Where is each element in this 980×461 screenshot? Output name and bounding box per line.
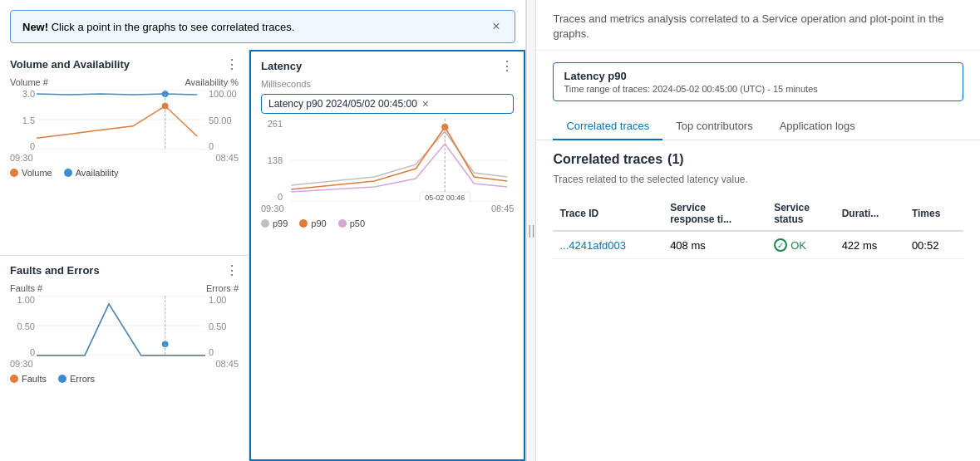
latency-axis-label: Milliseconds — [261, 79, 514, 89]
latency-chart-panel: Latency ⋮ Milliseconds Latency p90 2024/… — [249, 50, 525, 461]
faults-chart-header: Faults and Errors ⋮ — [10, 264, 239, 280]
table-header-row: Trace ID Serviceresponse ti... Servicest… — [553, 197, 963, 231]
right-header-text: Traces and metrics analysis correlated t… — [553, 12, 963, 42]
left-panel: New! Click a point in the graphs to see … — [0, 0, 526, 461]
left-charts-column: Volume and Availability ⋮ Volume # Avail… — [0, 50, 249, 461]
latency-chart-menu[interactable]: ⋮ — [500, 60, 514, 73]
latency-filter-tag[interactable]: Latency p90 2024/05/02 00:45:00 × — [261, 94, 514, 114]
volume-chart-section: Volume and Availability ⋮ Volume # Avail… — [0, 50, 249, 255]
notification-badge: New! — [22, 21, 48, 33]
charts-area: Volume and Availability ⋮ Volume # Avail… — [0, 50, 525, 461]
faults-axis-labels: Faults # Errors # — [10, 283, 239, 293]
volume-chart-title: Volume and Availability — [10, 58, 130, 71]
latency-info-title: Latency p90 — [564, 70, 953, 82]
latency-legend-p99: p99 — [261, 218, 288, 228]
notification-message: Click a point in the graphs to see corre… — [52, 21, 295, 33]
faults-chart-title: Faults and Errors — [10, 264, 100, 277]
volume-right-axis: Availability % — [185, 77, 239, 87]
correlated-subtitle: Traces related to the selected latency v… — [553, 174, 963, 185]
volume-axis-labels: Volume # Availability % — [10, 77, 239, 87]
faults-right-axis: Errors # — [206, 283, 239, 293]
th-times: Times — [905, 197, 963, 231]
latency-legend-p50: p50 — [338, 218, 365, 228]
correlated-traces-count: (1) — [667, 152, 684, 167]
volume-legend-availability: Availability — [64, 168, 119, 178]
duration-cell: 422 ms — [835, 231, 905, 259]
p90-dot — [299, 219, 308, 228]
status-cell: ✓ OK — [767, 231, 835, 259]
latency-legend: p99 p90 p50 — [261, 218, 514, 228]
notification-text: New! Click a point in the graphs to see … — [22, 21, 294, 33]
check-circle-icon: ✓ — [774, 238, 787, 252]
trace-id-cell: ...4241afd003 — [553, 231, 663, 259]
volume-left-axis: Volume # — [10, 77, 48, 87]
latency-info-subtitle: Time range of traces: 2024-05-02 00:45:0… — [564, 84, 953, 94]
timestamp-cell: 00:52 — [905, 231, 963, 259]
traces-table: Trace ID Serviceresponse ti... Servicest… — [553, 197, 963, 259]
p50-dot — [338, 219, 347, 228]
faults-color-dot — [10, 375, 18, 383]
faults-legend-errors: Errors — [58, 374, 95, 384]
table-row: ...4241afd003 408 ms ✓ OK 422 ms 00:52 — [553, 231, 963, 259]
panel-divider[interactable]: || — [526, 0, 536, 461]
volume-chart-svg[interactable] — [37, 89, 205, 151]
response-time-cell: 408 ms — [663, 231, 767, 259]
faults-legend-faults: Faults — [10, 374, 47, 384]
tabs-bar: Correlated traces Top contributors Appli… — [536, 113, 980, 140]
svg-text:05-02 00:46: 05-02 00:46 — [425, 194, 465, 202]
availability-color-dot — [64, 169, 72, 177]
faults-y-axis: 1.00 0.50 0 — [10, 295, 37, 357]
latency-filter-text: Latency p90 2024/05/02 00:45:00 — [268, 98, 417, 110]
volume-time-labels: 09:30 08:45 — [10, 153, 239, 163]
tab-application-logs[interactable]: Application logs — [766, 113, 869, 140]
volume-chart-header: Volume and Availability ⋮ — [10, 58, 239, 74]
volume-chart-menu[interactable]: ⋮ — [225, 58, 239, 71]
volume-y-axis: 3.0 1.5 0 — [10, 89, 37, 151]
th-trace-id: Trace ID — [553, 197, 663, 231]
p99-dot — [261, 219, 269, 228]
right-panel: Traces and metrics analysis correlated t… — [536, 0, 980, 461]
th-response-time: Serviceresponse ti... — [663, 197, 767, 231]
notification-close-button[interactable]: × — [489, 19, 503, 34]
th-duration: Durati... — [835, 197, 905, 231]
faults-chart-section: Faults and Errors ⋮ Faults # Errors # 1.… — [0, 255, 249, 461]
volume-legend-volume: Volume — [10, 168, 52, 178]
latency-filter-remove[interactable]: × — [422, 97, 429, 110]
faults-chart-svg[interactable] — [37, 295, 205, 357]
latency-chart-header: Latency ⋮ — [261, 60, 514, 76]
volume-legend: Volume Availability — [10, 168, 239, 178]
correlated-section: Correlated traces (1) Traces related to … — [536, 140, 980, 461]
faults-right-y-axis: 1.00 0.50 0 — [205, 295, 239, 357]
tab-top-contributors[interactable]: Top contributors — [662, 113, 766, 140]
trace-id-link[interactable]: ...4241afd003 — [559, 239, 626, 252]
faults-left-axis: Faults # — [10, 283, 42, 293]
volume-right-y-axis: 100.00 50.00 0 — [205, 89, 239, 151]
errors-color-dot — [58, 375, 66, 383]
latency-info-box: Latency p90 Time range of traces: 2024-0… — [553, 62, 963, 101]
right-header: Traces and metrics analysis correlated t… — [536, 0, 980, 51]
latency-chart-title: Latency — [261, 60, 302, 72]
th-status: Servicestatus — [767, 197, 835, 231]
faults-time-labels: 09:30 08:45 — [10, 359, 239, 369]
faults-chart-menu[interactable]: ⋮ — [225, 264, 239, 277]
correlated-traces-title: Correlated traces — [553, 152, 662, 167]
tab-correlated-traces[interactable]: Correlated traces — [553, 113, 662, 140]
notification-bar: New! Click a point in the graphs to see … — [10, 10, 515, 43]
status-ok-badge: ✓ OK — [774, 238, 829, 252]
faults-legend: Faults Errors — [10, 374, 239, 384]
latency-time-labels: 09:30 08:45 — [261, 204, 514, 213]
latency-chart-svg[interactable]: 05-02 00:46 — [284, 119, 514, 202]
volume-color-dot — [10, 169, 18, 177]
latency-legend-p90: p90 — [299, 218, 326, 228]
latency-y-axis: 261 138 0 — [261, 119, 284, 202]
